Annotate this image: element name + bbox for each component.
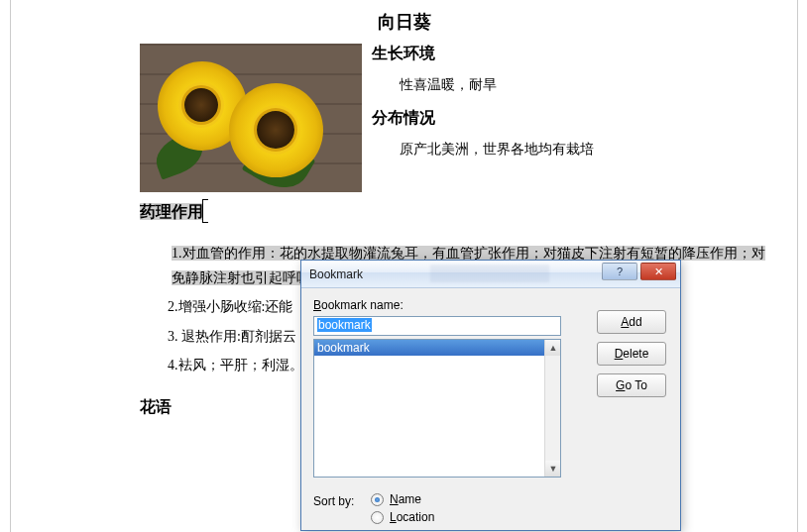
help-button[interactable]: ? (602, 263, 637, 280)
close-button[interactable]: ✕ (640, 263, 676, 280)
dialog-titlebar[interactable]: Bookmark ? ✕ (301, 261, 680, 288)
sunflower-image[interactable] (140, 44, 362, 192)
sort-name-label[interactable]: Name (390, 492, 421, 506)
heading-distribution: 分布情况 (372, 108, 767, 129)
sort-by-label: Sort by: (313, 494, 354, 508)
sort-name-radio[interactable] (371, 493, 384, 506)
delete-button[interactable]: Delete (597, 342, 666, 366)
heading-environment: 生长环境 (372, 44, 767, 64)
text-distribution: 原产北美洲，世界各地均有栽培 (400, 141, 767, 159)
goto-button[interactable]: Go To (597, 373, 666, 397)
bookmark-list[interactable]: bookmark ▲ ▼ (313, 339, 561, 478)
bookmark-list-item[interactable]: bookmark (314, 340, 544, 356)
dialog-title: Bookmark (309, 267, 363, 281)
text-environment: 性喜温暖，耐旱 (400, 76, 767, 94)
add-button[interactable]: Add (597, 310, 666, 334)
document-title: 向日葵 (11, 10, 797, 34)
bookmark-dialog: Bookmark ? ✕ Bookmark name: bookmark boo… (300, 260, 681, 531)
sort-location-label[interactable]: Location (390, 510, 434, 524)
bookmark-name-input[interactable]: bookmark (313, 316, 561, 336)
sort-location-radio[interactable] (371, 511, 384, 524)
sort-by-group: Sort by: Name Location (313, 494, 448, 524)
scrollbar[interactable]: ▲ ▼ (544, 340, 560, 477)
text-cursor (202, 199, 208, 223)
heading-pharmacology: 药理作用 (140, 197, 204, 223)
scroll-up-button[interactable]: ▲ (545, 340, 561, 356)
scroll-down-button[interactable]: ▼ (545, 461, 561, 477)
